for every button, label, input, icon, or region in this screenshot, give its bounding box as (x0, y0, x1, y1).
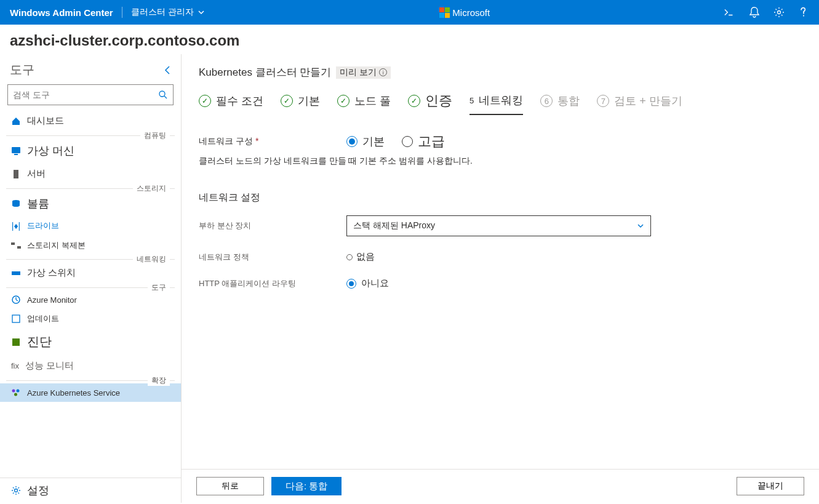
wizard-steps: 필수 조건 기본 노드 풀 인증 5 네트워킹 6 통합 (182, 86, 819, 124)
sidebar-item-drives[interactable]: |♦| 드라이브 (0, 216, 181, 236)
step-label: 필수 조건 (216, 94, 263, 108)
topbar-actions (724, 7, 809, 18)
radio-icon (346, 136, 358, 147)
http-routing-label: HTTP 애플리케이션 라우팅 (199, 278, 346, 289)
step-auth[interactable]: 인증 (408, 92, 452, 116)
topbar: Windows Admin Center 클러스터 관리자 Microsoft (0, 0, 819, 25)
powershell-icon[interactable] (724, 7, 735, 18)
step-label: 통합 (557, 94, 580, 108)
aks-icon (11, 388, 21, 398)
step-label: 인증 (425, 92, 452, 110)
radio-icon (402, 136, 413, 147)
sidebar-item-aks[interactable]: Azure Kubernetes Service (0, 383, 181, 402)
svg-point-14 (14, 393, 17, 396)
finish-button[interactable]: 끝내기 (737, 477, 804, 495)
radio-http-no[interactable]: 아니요 (346, 278, 389, 289)
radio-basic[interactable]: 기본 (346, 134, 385, 149)
sidebar-item-perf-monitor[interactable]: fix 성능 모니터 (0, 355, 181, 377)
step-nodepool[interactable]: 노드 풀 (337, 94, 391, 114)
sidebar-item-label: 드라이브 (27, 220, 59, 231)
http-routing-row: HTTP 애플리케이션 라우팅 아니요 (199, 278, 802, 289)
drive-icon: |♦| (11, 221, 21, 231)
settings-icon[interactable] (773, 7, 785, 18)
context-switcher[interactable]: 클러스터 관리자 (131, 7, 205, 18)
sidebar-item-azure-monitor[interactable]: Azure Monitor (0, 290, 181, 309)
svg-rect-3 (14, 154, 18, 155)
svg-point-1 (159, 91, 165, 97)
sidebar-item-servers[interactable]: 서버 (0, 163, 181, 185)
svg-point-15 (15, 489, 18, 492)
step-prereq[interactable]: 필수 조건 (199, 94, 263, 114)
content: 네트워크 구성* 기본 고급 클러스터 노드의 가상 네트워크를 만들 때 기본… (182, 124, 819, 503)
sidebar-bottom: 설정 (0, 478, 181, 503)
sidebar: 도구 대시보드 컴퓨팅 (0, 54, 182, 503)
radio-label: 아니요 (361, 278, 389, 289)
svg-point-12 (12, 390, 15, 393)
chevron-down-icon (198, 9, 205, 16)
sidebar-item-diagnostics[interactable]: 진단 (0, 329, 181, 355)
hostbar: azshci-cluster.corp.contoso.com (0, 25, 819, 54)
step-circle: 6 (540, 95, 553, 107)
vm-icon (11, 146, 21, 156)
step-circle: 7 (597, 95, 609, 107)
sidebar-item-vms[interactable]: 가상 머신 (0, 138, 181, 163)
sidebar-item-label: 스토리지 복제본 (27, 240, 86, 251)
step-integration[interactable]: 6 통합 (540, 94, 580, 114)
check-icon (281, 95, 293, 107)
info-icon[interactable]: i (379, 68, 387, 76)
svg-rect-6 (11, 242, 15, 245)
sidebar-item-label: 볼륨 (27, 196, 49, 211)
topbar-left: Windows Admin Center 클러스터 관리자 (10, 7, 205, 18)
help-icon[interactable] (798, 7, 809, 18)
sidebar-scroll[interactable]: 대시보드 컴퓨팅 가상 머신 서버 스토리지 볼륨 (0, 110, 181, 478)
check-icon (337, 95, 350, 107)
topbar-brand: Microsoft (205, 7, 724, 18)
next-button[interactable]: 다음: 통합 (271, 477, 342, 495)
sidebar-search-wrap (0, 84, 181, 110)
back-button[interactable]: 뒤로 (196, 477, 264, 495)
radio-advanced[interactable]: 고급 (402, 132, 445, 151)
sidebar-group-compute: 컴퓨팅 (6, 135, 175, 136)
network-config-label: 네트워크 구성* (199, 136, 346, 147)
check-icon (408, 95, 420, 107)
load-balancer-label: 부하 분산 장치 (199, 220, 346, 231)
step-number: 5 (469, 96, 474, 105)
network-config-row: 네트워크 구성* 기본 고급 (199, 132, 802, 151)
step-basic[interactable]: 기본 (281, 94, 320, 114)
network-config-radio-group: 기본 고급 (346, 132, 445, 151)
step-label: 검토 + 만들기 (614, 94, 682, 108)
sidebar-item-label: 성능 모니터 (25, 360, 74, 372)
search-input[interactable] (13, 90, 158, 100)
sidebar-item-label: 가상 스위치 (27, 267, 76, 279)
step-review[interactable]: 7 검토 + 만들기 (597, 94, 682, 114)
sidebar-item-vswitch[interactable]: 가상 스위치 (0, 262, 181, 284)
app-title: Windows Admin Center (10, 7, 113, 18)
sidebar-item-storage-replica[interactable]: 스토리지 복제본 (0, 236, 181, 255)
network-policy-label: 네트워크 정책 (199, 252, 346, 263)
main: Kubernetes 클러스터 만들기 미리 보기 i 필수 조건 기본 노드 … (182, 54, 819, 503)
microsoft-logo-icon (439, 7, 450, 18)
sidebar-item-label: 서버 (27, 168, 46, 180)
sidebar-item-label: 대시보드 (27, 115, 64, 127)
radio-label: 고급 (418, 132, 445, 151)
sidebar-item-settings[interactable]: 설정 (0, 478, 181, 503)
sidebar-search[interactable] (7, 84, 174, 105)
sidebar-item-label: 업데이트 (27, 313, 59, 324)
sidebar-collapse-icon[interactable] (164, 65, 171, 75)
notifications-icon[interactable] (749, 7, 760, 18)
switch-icon (11, 268, 21, 278)
circle-icon (346, 254, 353, 260)
sidebar-item-volumes[interactable]: 볼륨 (0, 191, 181, 216)
step-label: 노드 풀 (354, 94, 391, 108)
diagnostics-icon (11, 337, 21, 347)
home-icon (11, 116, 21, 126)
network-settings-title: 네트워크 설정 (199, 191, 802, 204)
step-networking[interactable]: 5 네트워킹 (469, 93, 523, 115)
sidebar-item-updates[interactable]: 업데이트 (0, 309, 181, 329)
sidebar-item-dashboard[interactable]: 대시보드 (0, 110, 181, 132)
monitor-icon (11, 295, 21, 305)
load-balancer-select[interactable]: 스택 해제된 HAProxy (346, 215, 651, 236)
brand-label: Microsoft (452, 7, 490, 18)
server-icon (11, 169, 21, 179)
sidebar-item-label: 진단 (27, 334, 52, 350)
